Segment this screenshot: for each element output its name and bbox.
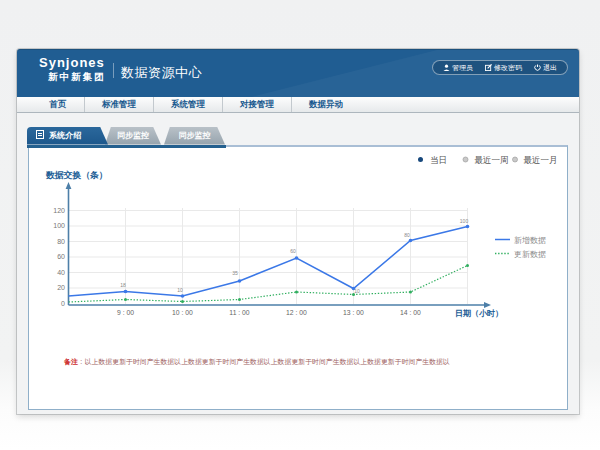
svg-text:更新数据: 更新数据 <box>514 250 546 259</box>
svg-text:备注：以上数据更新于时间产生数据以上数据更新于时间产生数据以: 备注：以上数据更新于时间产生数据以上数据更新于时间产生数据以上数据更新于时间产生… <box>63 358 450 366</box>
svg-text:日期（小时）: 日期（小时） <box>455 309 503 318</box>
svg-text:80: 80 <box>404 232 410 238</box>
svg-text:80: 80 <box>57 238 65 245</box>
svg-text:9 : 00: 9 : 00 <box>116 309 133 316</box>
svg-text:20: 20 <box>57 284 65 291</box>
svg-text:35: 35 <box>232 270 238 276</box>
svg-text:60: 60 <box>290 248 296 254</box>
svg-text:新增数据: 新增数据 <box>514 236 546 245</box>
svg-text:10: 10 <box>354 288 360 294</box>
svg-text:数据交换（条）: 数据交换（条） <box>45 170 108 180</box>
svg-text:11 : 00: 11 : 00 <box>229 309 250 316</box>
svg-text:100: 100 <box>53 222 65 229</box>
svg-text:12 : 00: 12 : 00 <box>286 309 307 316</box>
svg-text:100: 100 <box>459 218 468 224</box>
svg-text:120: 120 <box>53 207 65 214</box>
svg-text:14 : 00: 14 : 00 <box>400 309 421 316</box>
svg-text:10: 10 <box>177 287 183 293</box>
svg-text:18: 18 <box>120 282 126 288</box>
svg-text:13 : 00: 13 : 00 <box>343 309 364 316</box>
svg-text:0: 0 <box>61 300 65 307</box>
svg-text:40: 40 <box>57 269 65 276</box>
svg-text:10 : 00: 10 : 00 <box>172 309 193 316</box>
svg-text:60: 60 <box>57 253 65 260</box>
